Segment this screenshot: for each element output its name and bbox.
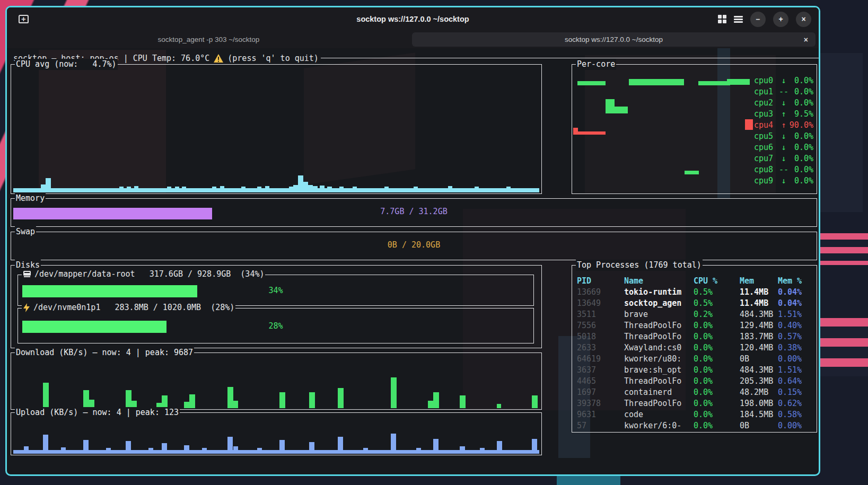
upload-bar <box>257 448 262 454</box>
process-row[interactable]: 9631code0.0%184.5MB0.58% <box>573 409 816 420</box>
process-row[interactable]: 4465ThreadPoolFo0.0%205.3MB0.64% <box>573 375 816 386</box>
swap-title: Swap <box>15 226 36 237</box>
upload-bar <box>184 445 189 454</box>
process-row[interactable]: 13649socktop_agen0.5%11.4MB0.04% <box>573 297 816 308</box>
core-sparkline-segment <box>727 79 750 85</box>
process-name: ThreadPoolFo <box>624 321 694 330</box>
core-name: cpu4 <box>754 120 778 130</box>
column-header[interactable]: PID <box>577 276 624 286</box>
core-row-cpu8: cpu8--0.0% <box>754 164 813 175</box>
process-pid: 39378 <box>577 399 624 408</box>
cpu-history-bar <box>327 187 332 192</box>
tab-close-icon[interactable]: × <box>804 36 808 44</box>
process-cpu: 0.0% <box>694 399 740 408</box>
header-rule <box>321 58 819 58</box>
upload-bar <box>433 439 439 454</box>
process-cpu: 0.0% <box>694 387 740 397</box>
download-bar <box>497 404 501 408</box>
core-name: cpu3 <box>754 109 778 119</box>
column-header[interactable]: Name <box>624 276 694 286</box>
core-sparkline-segment <box>629 79 684 85</box>
disk-usage-percent: 28% <box>18 321 533 331</box>
process-name: code <box>624 410 694 419</box>
per-core-panel: Per-core cpu0↓0.0%cpu1--0.0%cpu2↓0.0%cpu… <box>572 64 817 194</box>
core-row-cpu5: cpu5↓0.0% <box>754 130 813 142</box>
core-trend-icon: ↓ <box>778 176 789 186</box>
tab-socktop-active[interactable]: socktop ws://127.0.0 ~/socktop × <box>412 32 816 47</box>
core-alert-block <box>745 119 753 130</box>
upload-bar <box>162 443 167 454</box>
wallpaper-shape <box>820 53 863 212</box>
process-row[interactable]: 3511brave0.2%484.3MB1.51% <box>573 308 816 320</box>
process-cpu: 0.0% <box>694 332 740 341</box>
upload-bar <box>43 435 48 454</box>
upload-bar <box>24 446 29 454</box>
upload-bar <box>202 448 207 454</box>
process-mem: 11.4MB <box>740 298 778 308</box>
close-button[interactable]: × <box>796 12 811 27</box>
process-pid: 7556 <box>577 321 624 330</box>
core-usage-value: 9.5% <box>789 109 813 119</box>
process-mem: 0B <box>740 354 778 364</box>
cpu-history-bar <box>241 187 246 192</box>
column-header[interactable]: Mem <box>740 276 778 286</box>
process-name: ThreadPoolFo <box>624 399 694 408</box>
process-row[interactable]: 39378ThreadPoolFo0.0%198.0MB0.62% <box>573 398 816 409</box>
upload-graph <box>13 419 539 454</box>
wallpaper-shape <box>557 474 620 485</box>
core-sparkline-segment <box>606 99 615 113</box>
cpu-avg-panel: CPU avg (now: 4.7%) <box>11 64 542 194</box>
process-pct: 0.40% <box>778 321 816 330</box>
maximize-button[interactable]: + <box>773 12 788 27</box>
process-row[interactable]: 64619kworker/u80:0.0%0B0.00% <box>573 353 816 364</box>
process-table-header: PIDNameCPU %MemMem % <box>573 275 816 286</box>
menu-icon[interactable] <box>734 16 743 23</box>
cpu-history-bar <box>353 187 357 192</box>
upload-bar <box>532 439 537 454</box>
tab-overview-icon[interactable] <box>718 15 726 23</box>
process-row[interactable]: 13669tokio-runtim0.5%11.4MB0.04% <box>573 286 816 297</box>
core-usage-value: 0.0% <box>789 131 813 141</box>
cpu-history-bar <box>448 186 452 192</box>
column-header[interactable]: Mem % <box>778 276 816 286</box>
core-name: cpu2 <box>754 98 778 108</box>
column-header[interactable]: CPU % <box>694 276 740 286</box>
cpu-history-bar <box>298 175 303 192</box>
tab-socktop-agent[interactable]: socktop_agent -p 303 ~/socktop <box>7 31 410 48</box>
process-row[interactable]: 5018ThreadPoolFo0.0%183.7MB0.57% <box>573 331 816 342</box>
core-sparkline-segment <box>698 81 730 85</box>
process-pct: 0.58% <box>778 410 816 419</box>
process-pid: 5018 <box>577 332 624 341</box>
process-row[interactable]: 7556ThreadPoolFo0.0%129.4MB0.40% <box>573 320 816 331</box>
process-pid: 3637 <box>577 365 624 375</box>
core-usage-value: 0.0% <box>789 76 813 85</box>
cpu-history-bar <box>414 187 418 192</box>
process-mem: 120.4MB <box>740 343 778 352</box>
cpu-history-bar <box>46 178 51 192</box>
process-mem: 484.3MB <box>740 310 778 319</box>
download-bar <box>43 383 49 408</box>
download-bar <box>428 401 433 408</box>
cpu-history-bar <box>167 187 171 192</box>
upload-bar <box>83 440 89 454</box>
core-trend-icon: ↓ <box>778 76 789 85</box>
upload-bar <box>126 441 131 454</box>
process-name: Xwayland:cs0 <box>624 343 694 352</box>
core-trend-icon: ↓ <box>778 98 789 108</box>
process-pct: 0.00% <box>778 354 816 364</box>
download-bar <box>279 392 285 408</box>
process-row[interactable]: 1697containerd0.0%48.2MB0.15% <box>573 386 816 398</box>
process-row[interactable]: 3637brave:sh_opt0.0%484.3MB1.51% <box>573 364 816 375</box>
upload-bar <box>148 448 153 454</box>
minimize-button[interactable]: – <box>750 12 766 27</box>
cpu-history-bar <box>475 187 479 192</box>
download-bar <box>338 388 344 408</box>
process-row[interactable]: 57kworker/6:0-0.0%0B0.00% <box>573 420 816 431</box>
cpu-history-bar <box>384 187 389 192</box>
process-cpu: 0.5% <box>694 298 740 308</box>
process-pid: 57 <box>577 421 624 430</box>
process-row[interactable]: 2633Xwayland:cs00.0%120.4MB0.38% <box>573 342 816 353</box>
process-name: ThreadPoolFo <box>624 376 694 386</box>
memory-panel: Memory 7.7GB / 31.2GB <box>11 198 817 227</box>
cpu-history-bar <box>119 187 124 192</box>
